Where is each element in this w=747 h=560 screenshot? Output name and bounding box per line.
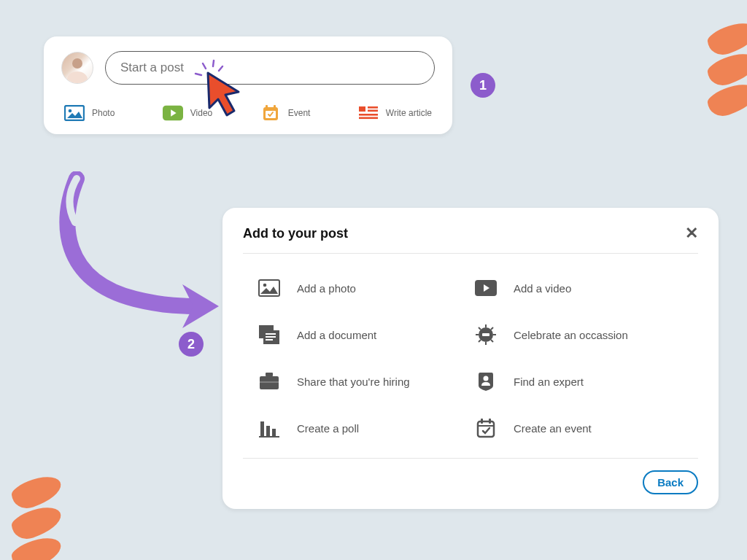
event-label: Event — [288, 108, 311, 118]
find-expert-item[interactable]: Find an expert — [474, 372, 684, 391]
svg-line-31 — [491, 340, 493, 342]
document-icon — [258, 325, 281, 344]
svg-rect-45 — [489, 419, 491, 424]
article-icon — [358, 105, 379, 121]
create-poll-item[interactable]: Create a poll — [258, 419, 467, 438]
close-icon[interactable]: ✕ — [685, 224, 698, 243]
celebrate-icon — [474, 325, 498, 344]
add-document-item[interactable]: Add a document — [258, 325, 467, 344]
svg-rect-5 — [274, 105, 276, 109]
hiring-item[interactable]: Share that you're hiring — [258, 372, 467, 391]
svg-rect-4 — [266, 105, 268, 109]
add-photo-label: Add a photo — [297, 282, 356, 295]
add-video-item[interactable]: Add a video — [474, 279, 684, 298]
back-button[interactable]: Back — [643, 470, 698, 494]
celebrate-item[interactable]: Celebrate an occassion — [474, 325, 684, 344]
svg-line-30 — [479, 327, 481, 330]
step-badge-1: 1 — [471, 73, 495, 98]
modal-title: Add to your post — [243, 226, 348, 241]
svg-rect-39 — [260, 421, 264, 436]
video-option[interactable]: Video — [163, 105, 212, 121]
start-post-input[interactable] — [105, 51, 435, 85]
hiring-label: Share that you're hiring — [297, 376, 410, 388]
svg-rect-35 — [266, 373, 273, 376]
start-post-card: Photo Video Event Write article — [44, 36, 452, 134]
write-article-label: Write article — [386, 108, 432, 118]
video-icon — [163, 105, 183, 121]
svg-point-17 — [263, 284, 267, 287]
video-icon — [474, 279, 498, 298]
add-photo-item[interactable]: Add a photo — [258, 279, 467, 298]
svg-rect-11 — [359, 117, 378, 120]
add-to-post-card: Add to your post ✕ Add a photo Add a vid… — [222, 208, 719, 509]
svg-rect-40 — [266, 426, 270, 436]
celebrate-label: Celebrate an occassion — [514, 329, 628, 341]
add-video-label: Add a video — [514, 282, 571, 295]
svg-rect-7 — [359, 106, 365, 112]
event-icon — [260, 105, 281, 121]
swoosh-decoration — [11, 479, 62, 560]
write-article-option[interactable]: Write article — [358, 105, 432, 121]
svg-rect-23 — [266, 336, 276, 338]
svg-rect-9 — [368, 110, 378, 112]
svg-rect-22 — [266, 333, 276, 335]
avatar[interactable] — [61, 52, 93, 84]
photo-icon — [258, 279, 281, 298]
svg-line-32 — [491, 327, 493, 330]
calendar-icon — [474, 419, 498, 438]
svg-rect-44 — [481, 419, 483, 424]
svg-rect-24 — [266, 339, 273, 341]
photo-icon — [64, 105, 85, 121]
svg-line-33 — [479, 340, 481, 342]
event-option[interactable]: Event — [260, 105, 311, 121]
create-event-item[interactable]: Create an event — [474, 419, 684, 438]
step-badge-2: 2 — [179, 332, 204, 357]
find-expert-label: Find an expert — [514, 376, 584, 388]
svg-rect-43 — [478, 421, 494, 437]
create-event-label: Create an event — [514, 422, 592, 435]
briefcase-icon — [258, 372, 281, 391]
add-document-label: Add a document — [297, 329, 376, 341]
svg-rect-41 — [272, 429, 276, 436]
photo-option[interactable]: Photo — [64, 105, 115, 121]
svg-rect-8 — [368, 106, 378, 109]
arrow-connector — [55, 171, 222, 335]
video-label: Video — [190, 108, 212, 118]
swoosh-decoration — [707, 26, 747, 117]
poll-icon — [258, 419, 281, 438]
svg-rect-37 — [260, 381, 279, 383]
svg-rect-10 — [359, 114, 378, 116]
badge-person-icon — [474, 372, 498, 391]
svg-point-38 — [484, 376, 489, 381]
svg-rect-42 — [259, 436, 279, 438]
photo-label: Photo — [92, 108, 115, 118]
svg-point-1 — [69, 109, 72, 113]
create-poll-label: Create a poll — [297, 422, 359, 435]
svg-rect-34 — [482, 333, 489, 336]
svg-rect-46 — [478, 425, 494, 427]
